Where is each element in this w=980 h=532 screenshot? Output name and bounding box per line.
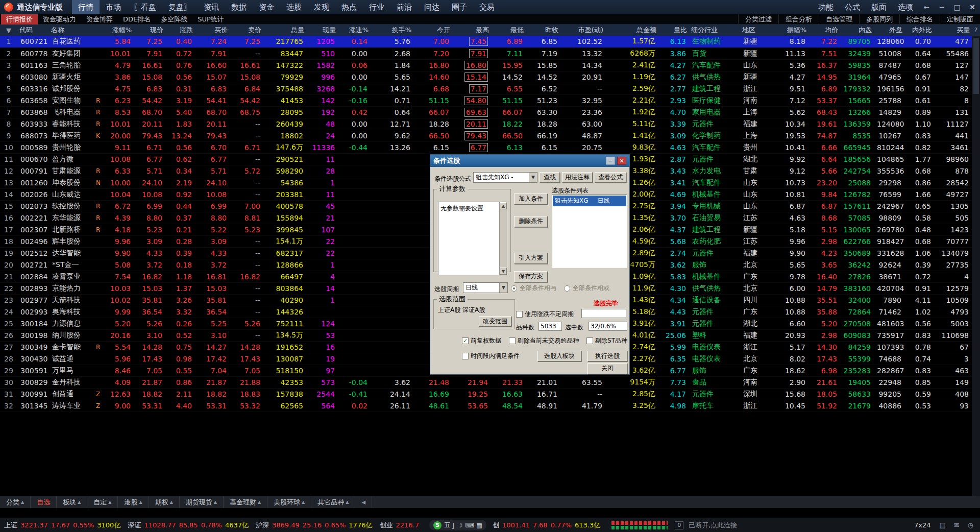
column-header-2[interactable]: 名称	[49, 25, 93, 36]
bottom-tab[interactable]: 其它品种▲	[311, 496, 355, 508]
column-header-24[interactable]: 内盘	[840, 25, 874, 36]
dialog-minimize-button[interactable]: ─	[606, 157, 615, 165]
column-header-25[interactable]: 外盘	[874, 25, 904, 36]
clock-icon[interactable]: ◷	[968, 521, 973, 529]
column-header-10[interactable]: 现量	[306, 25, 338, 36]
toolbar-tab[interactable]: 资金博弈	[81, 14, 118, 25]
stock-row[interactable]: 8603933睿能科技R10.0120.111.8320.11--2604394…	[0, 118, 972, 130]
column-header-20[interactable]: 细分行业	[689, 25, 740, 36]
moon-icon[interactable]: ☽	[457, 522, 462, 529]
stock-row[interactable]: 10000589贵州轮胎9.116.710.566.706.71147.6万11…	[0, 141, 972, 153]
dialog-titlebar[interactable]: 条件选股 ─ ✕	[430, 155, 629, 167]
dropdown-arrow-icon[interactable]: ▼	[499, 283, 507, 293]
stock-row[interactable]: 6603658安图生物R6.2354.423.1954.4154.4241453…	[0, 94, 972, 106]
tabs-scroll-left-button[interactable]: ◀	[355, 496, 372, 508]
stock-row[interactable]: 5603316诚邦股份4.756.830.316.836.84375488326…	[0, 83, 972, 94]
function-menu-item[interactable]: 功能	[813, 0, 839, 14]
keyboard-icon[interactable]: ⌨	[465, 522, 474, 529]
stock-row[interactable]: 3601163三角轮胎4.7916.610.7616.6016.61147322…	[0, 59, 972, 71]
stock-row[interactable]: 1600721百花医药5.847.250.407.247.25217765120…	[0, 36, 972, 47]
period-select[interactable]: 日线 ▼	[463, 282, 508, 293]
window-back-button[interactable]: ←	[919, 0, 934, 14]
condition-list[interactable]: 狙击先知XG 日线	[552, 195, 627, 268]
window-close-button[interactable]: ✕	[965, 0, 980, 14]
toolbar-tool[interactable]: 多股同列	[859, 14, 899, 24]
menu-item[interactable]: 行业	[363, 0, 390, 14]
panel-icon[interactable]: ▤	[939, 521, 945, 529]
message-count-badge[interactable]: 0	[675, 521, 683, 529]
mail-icon[interactable]: ✉	[954, 521, 960, 529]
save-plan-button[interactable]: 保存方案	[514, 271, 548, 282]
toolbox-icon[interactable]: ▦	[477, 522, 482, 529]
menu-item[interactable]: 数据	[225, 0, 253, 14]
column-header-6[interactable]: 涨跌	[165, 25, 195, 36]
menu-item[interactable]: 发现	[308, 0, 335, 14]
column-header-0[interactable]: ▼	[0, 25, 17, 36]
bottom-tab[interactable]: 板块▲	[57, 496, 87, 508]
execute-selection-button[interactable]: 执行选股	[587, 351, 627, 361]
column-header-27[interactable]: 买量	[934, 25, 972, 36]
import-plan-button[interactable]: 引入方案	[514, 253, 548, 264]
toolbar-tab[interactable]: 资金驱动力	[38, 14, 81, 25]
column-header-21[interactable]: 地区	[740, 25, 769, 36]
bottom-tab[interactable]: 基金理财▲	[224, 496, 267, 508]
input-mode-wubi[interactable]: 五	[444, 521, 450, 529]
period-count-field[interactable]	[581, 309, 626, 318]
column-header-7[interactable]: 买价	[195, 25, 230, 36]
header-help-button[interactable]: ?	[972, 25, 980, 36]
menu-item[interactable]: 资讯	[198, 0, 225, 14]
usage-note-button[interactable]: 用法注释	[562, 172, 593, 183]
stock-row[interactable]: 9688073毕得医药K20.0079.4313.2479.43--188022…	[0, 130, 972, 141]
column-header-5[interactable]: 现价	[134, 25, 165, 36]
window-minimize-button[interactable]: ─	[934, 0, 949, 14]
menu-item[interactable]: 交易	[473, 0, 501, 14]
find-button[interactable]: 查找	[540, 172, 560, 183]
checkbox-variable-period[interactable]: 使用涨跌不定周期	[516, 310, 574, 319]
bottom-tab[interactable]: 自定▲	[87, 496, 118, 508]
column-header-26[interactable]: 内外比	[904, 25, 934, 36]
radio-all-and[interactable]: 全部条件相与	[511, 284, 556, 293]
menu-item[interactable]: 选股	[280, 0, 308, 14]
column-header-1[interactable]: 代码	[17, 25, 49, 36]
window-maximize-button[interactable]: □	[949, 0, 965, 14]
toolbar-tab[interactable]: SUP统计	[192, 14, 229, 25]
formula-select[interactable]: 狙击先知XG - ▼	[473, 172, 537, 183]
stock-row[interactable]: 30300829金丹科技4.0921.870.8621.8721.8842353…	[0, 376, 972, 388]
delete-condition-button[interactable]: 删除条件	[514, 216, 548, 227]
dialog-close-button[interactable]: ✕	[617, 157, 626, 165]
menu-item[interactable]: 资金	[253, 0, 280, 14]
vertical-scrollbar[interactable]	[972, 25, 980, 496]
bottom-tab[interactable]: 期货现货▲	[180, 496, 224, 508]
function-menu-item[interactable]: 选项	[892, 0, 919, 14]
bottom-tab[interactable]: 自选	[31, 496, 57, 508]
connection-status[interactable]: 已断开,点此连接	[689, 521, 737, 530]
menu-item[interactable]: 复盘〗	[162, 0, 198, 14]
column-header-15[interactable]: 最低	[491, 25, 526, 36]
column-header-23[interactable]: 均价	[808, 25, 840, 36]
menu-item[interactable]: 市场	[100, 0, 127, 14]
column-header-11[interactable]: 涨速%	[338, 25, 371, 36]
menu-item[interactable]: 问达	[418, 0, 446, 14]
column-header-22[interactable]: 振幅%	[769, 25, 808, 36]
bottom-tab[interactable]: 港股▲	[118, 496, 149, 508]
view-formula-button[interactable]: 查看公式	[595, 172, 626, 183]
toolbar-tab[interactable]: 行情报价	[1, 14, 38, 25]
condition-list-item[interactable]: 狙击先知XG 日线	[553, 196, 626, 206]
checkbox-forward-adjusted[interactable]: ✓ 前复权数据	[462, 336, 501, 345]
close-dialog-button[interactable]: 关闭	[587, 363, 627, 374]
input-mode-icon[interactable]: J	[453, 522, 455, 529]
stock-row[interactable]: 32301345涛涛车业Z9.0053.314.4053.3153.326256…	[0, 400, 972, 412]
checkbox-exclude-st[interactable]: 剔除ST品种	[586, 336, 627, 345]
column-header-17[interactable]: 市盈(动)	[560, 25, 605, 36]
bottom-tab[interactable]: 分类▲	[0, 496, 31, 508]
params-list[interactable]: 无参数需要设置 ▲ ▼	[438, 202, 507, 275]
menu-item[interactable]: 热点	[335, 0, 363, 14]
stock-row[interactable]: 2600778友好集团10.017.910.727.91--834475100.…	[0, 47, 972, 59]
menu-item[interactable]: 前沿	[390, 0, 418, 14]
column-header-8[interactable]: 卖价	[230, 25, 263, 36]
column-header-18[interactable]: 总金额	[605, 25, 658, 36]
column-header-4[interactable]: 涨幅%	[103, 25, 134, 36]
menu-item[interactable]: 〖看盘	[127, 0, 162, 14]
function-menu-item[interactable]: 版面	[866, 0, 892, 14]
bottom-tab[interactable]: 期权▲	[149, 496, 180, 508]
